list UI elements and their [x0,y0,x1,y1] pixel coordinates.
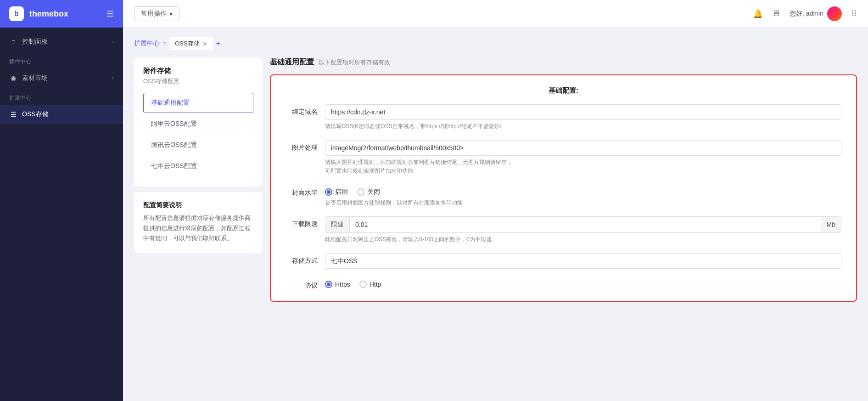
storage-label: 存储方式 [286,253,318,265]
config-form-box: 基础配置: 绑定域名 请填写OSS绑定域名或OSS自带域名，带https://或… [270,74,857,302]
watermark-disable-text: 关闭 [367,188,380,196]
sidebar-section-plugin: 插件中心 [0,51,123,68]
protocol-row: 协议 Https Http [286,278,841,290]
protocol-https-radio[interactable] [325,281,332,288]
domain-row: 绑定域名 请填写OSS绑定域名或OSS自带域名，带https://或http:/… [286,104,841,131]
protocol-http-label[interactable]: Http [359,281,381,288]
config-note-title: 配置简要说明 [143,201,253,209]
image-label: 图片处理 [286,140,318,152]
watermark-disable-label[interactable]: 关闭 [357,188,380,196]
panels: 附件存储 OSS存储配置 基础通用配置 阿里云OSS配置 腾讯云OSS配置 [134,57,857,302]
sidebar-item-material[interactable]: ◉ 素材市场 › [0,68,123,88]
speed-control: 限速 Mb 此项配置只对阿里云OSS有效，请输入0-100之间的数字，0为不限速… [325,216,841,244]
menu-item-label: 腾讯云OSS配置 [151,141,197,148]
right-panel-subtitle: 以下配置项对所有存储有效 [319,58,390,67]
sidebar-item-control-panel[interactable]: ≡ 控制面板 › [0,32,123,51]
speed-unit: Mb [821,217,841,232]
config-note-panel: 配置简要说明 所有配置信息请根据对应存储服务提供商提供的信息进行对应的配置，如配… [134,192,263,253]
attachment-menu: 基础通用配置 阿里云OSS配置 腾讯云OSS配置 七牛云OSS配置 [143,93,253,176]
attachment-subtitle: OSS存储配置 [143,77,253,85]
watermark-hint: 是否启用封面图片处理规则，以对所有封面添加水印功能 [325,198,841,207]
common-ops-label: 常用操作 [141,10,167,18]
right-panel-title: 基础通用配置 [270,57,314,67]
monitor-icon[interactable]: 🖥 [772,9,780,18]
sidebar-item-label: 素材市场 [22,74,48,82]
menu-item-tencent-config[interactable]: 腾讯云OSS配置 [143,135,253,155]
storage-row: 存储方式 七牛OSS 阿里云OSS 腾讯云OSS [286,253,841,269]
watermark-label: 封面水印 [286,185,318,197]
grid-icon[interactable]: ⠿ [851,9,857,19]
menu-item-aliyun-config[interactable]: 阿里云OSS配置 [143,114,253,134]
chevron-right-icon: › [112,75,114,81]
config-note-content: 所有配置信息请根据对应存储服务提供商提供的信息进行对应的配置，如配置过程中有疑问… [143,213,253,243]
image-row: 图片处理 请输入图片处理规则，添加的规则会加到图片链接结尾，无图片规则请留空，可… [286,140,841,175]
menu-item-label: 阿里云OSS配置 [151,120,197,127]
chevron-down-icon: ▾ [169,10,173,17]
sidebar-item-oss-storage[interactable]: ☰ OSS存储 [0,105,123,124]
watermark-disable-radio[interactable] [357,188,364,196]
avatar [827,6,842,21]
menu-item-label: 七牛云OSS配置 [151,162,197,169]
breadcrumb-tab-oss: OSS存储 ✕ [169,37,213,50]
add-tab-icon[interactable]: + [216,40,220,48]
attachment-panel: 附件存储 OSS存储配置 基础通用配置 阿里云OSS配置 腾讯云OSS配置 [134,57,263,186]
left-panel: 附件存储 OSS存储配置 基础通用配置 阿里云OSS配置 腾讯云OSS配置 [134,57,263,253]
watermark-enable-text: 启用 [335,188,348,196]
speed-label: 下载限速 [286,216,318,228]
tab-oss-label: OSS存储 [175,40,199,48]
form-section-title: 基础配置: [286,86,841,95]
protocol-radio-group: Https Http [325,278,841,288]
protocol-control: Https Http [325,278,841,288]
sidebar-item-label: OSS存储 [22,110,49,119]
protocol-https-label[interactable]: Https [325,281,350,288]
attachment-title: 附件存储 [143,67,253,75]
speed-input-row: 限速 Mb [325,216,841,233]
menu-item-qiniu-config[interactable]: 七牛云OSS配置 [143,156,253,176]
breadcrumb-separator: ≡ [162,40,166,47]
breadcrumb: 扩展中心 ≡ OSS存储 ✕ + [134,37,857,50]
speed-input[interactable] [350,217,821,232]
speed-prefix: 限速 [325,217,350,232]
image-input[interactable] [325,140,841,156]
menu-item-label: 基础通用配置 [151,99,190,106]
user-greeting: 您好, admin [790,10,823,18]
storage-control: 七牛OSS 阿里云OSS 腾讯云OSS [325,253,841,269]
sidebar: b themebox ☰ ≡ 控制面板 › 插件中心 ◉ 素材市场 › 扩展中心… [0,0,123,401]
watermark-control: 启用 关闭 是否启用封面图片处理规则，以对所有封面添加水印功能 [325,185,841,207]
topbar-user: 您好, admin [790,6,842,21]
image-control: 请输入图片处理规则，添加的规则会加到图片链接结尾，无图片规则请留空，可配置水印规… [325,140,841,175]
common-ops-button[interactable]: 常用操作 ▾ [134,6,179,21]
domain-control: 请填写OSS绑定域名或OSS自带域名，带https://或http://结尾不不… [325,104,841,131]
sidebar-item-label: 控制面板 [22,38,48,46]
watermark-enable-radio[interactable] [325,188,332,196]
protocol-https-text: Https [335,281,350,288]
protocol-http-radio[interactable] [359,281,367,288]
notification-icon[interactable]: 🔔 [753,9,763,19]
tab-close-icon[interactable]: ✕ [202,40,207,47]
watermark-radio-group: 启用 关闭 [325,185,841,196]
domain-hint: 请填写OSS绑定域名或OSS自带域名，带https://或http://结尾不不… [325,122,841,131]
domain-input[interactable] [325,104,841,120]
protocol-http-text: Http [370,281,381,288]
menu-item-basic-config[interactable]: 基础通用配置 [143,93,253,113]
oss-icon: ☰ [9,111,17,118]
sidebar-header: b themebox ☰ [0,0,123,28]
speed-row: 下载限速 限速 Mb 此项配置只对阿里云OSS有效，请输入0-100之间的数字，… [286,216,841,244]
control-panel-icon: ≡ [9,38,17,45]
speed-hint: 此项配置只对阿里云OSS有效，请输入0-100之间的数字，0为不限速。 [325,235,841,244]
content-area: 扩展中心 ≡ OSS存储 ✕ + 附件存储 OSS存储配置 基础通用配置 [123,28,868,401]
main-area: 常用操作 ▾ 🔔 🖥 您好, admin ⠿ 扩展中心 ≡ OSS存储 ✕ + [123,0,868,401]
right-panel-header: 基础通用配置 以下配置项对所有存储有效 [270,57,857,67]
watermark-enable-label[interactable]: 启用 [325,188,348,196]
logo-text: themebox [29,9,68,19]
topbar: 常用操作 ▾ 🔔 🖥 您好, admin ⠿ [123,0,868,28]
sidebar-nav: ≡ 控制面板 › 插件中心 ◉ 素材市场 › 扩展中心 ☰ OSS存储 [0,28,123,401]
breadcrumb-home-link[interactable]: 扩展中心 [134,40,160,48]
right-panel: 基础通用配置 以下配置项对所有存储有效 基础配置: 绑定域名 请填写OSS绑定域… [270,57,857,302]
menu-toggle-icon[interactable]: ☰ [106,9,114,19]
domain-label: 绑定域名 [286,104,318,116]
sidebar-section-extension: 扩展中心 [0,88,123,105]
logo-icon: b [9,6,24,21]
storage-select[interactable]: 七牛OSS 阿里云OSS 腾讯云OSS [325,253,841,269]
topbar-right: 🔔 🖥 您好, admin ⠿ [753,6,857,21]
